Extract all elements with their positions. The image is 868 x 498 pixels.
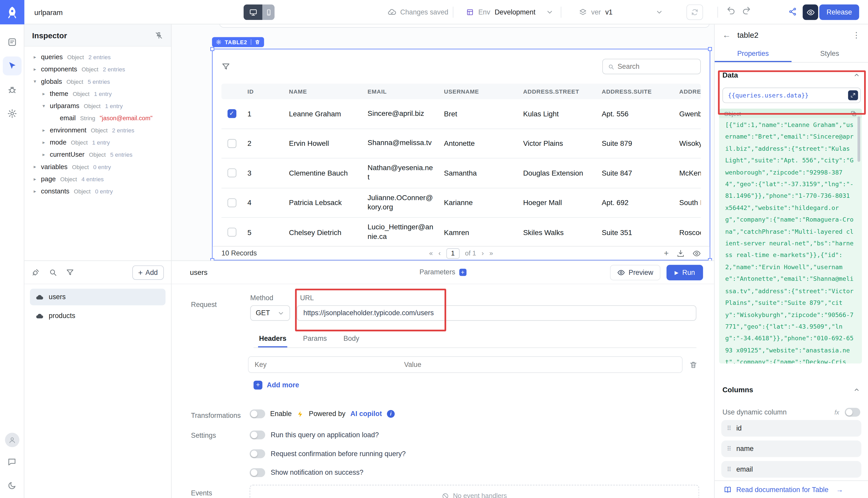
help-chat-button[interactable]	[3, 452, 22, 471]
column-item[interactable]: ⠿ id	[721, 420, 861, 436]
tree-chevron-icon[interactable]: ▸	[31, 54, 39, 60]
data-code-input[interactable]: {{queries.users.data}}	[722, 88, 861, 103]
run-button[interactable]: ▶ Run	[666, 265, 703, 280]
setting-toggle[interactable]	[249, 468, 265, 477]
filter-icon[interactable]	[66, 268, 74, 276]
inspector-tree-node[interactable]: ▸ currentUser Object 5 entries	[24, 148, 171, 160]
column-header[interactable]: EMAIL	[362, 88, 438, 95]
user-avatar[interactable]	[5, 433, 19, 447]
table-search[interactable]	[602, 59, 701, 74]
preview-button[interactable]: Preview	[610, 265, 660, 280]
debugger-panel-button[interactable]	[3, 80, 22, 99]
tree-chevron-icon[interactable]: ▸	[40, 140, 48, 145]
request-tab[interactable]: Headers	[258, 330, 287, 348]
redo-button[interactable]	[742, 6, 751, 15]
inspector-tree-node[interactable]: ▸ queries Object 2 entries	[24, 51, 171, 63]
data-section-header[interactable]: Data	[722, 71, 860, 79]
inspector-tree-node[interactable]: ▸ theme Object 1 entry	[24, 88, 171, 100]
release-button[interactable]: Release	[819, 4, 859, 20]
table-row[interactable]: 4 Patricia Lebsack Julianne.OConner@kory…	[221, 188, 701, 218]
first-page-icon[interactable]: «	[429, 249, 433, 257]
tree-chevron-icon[interactable]: ▸	[40, 91, 48, 96]
request-tab[interactable]: Body	[342, 330, 361, 348]
inspector-tree-node[interactable]: ▾ urlparams Object 1 entry	[24, 100, 171, 112]
tree-chevron-icon[interactable]: ▾	[31, 79, 39, 84]
settings-panel-button[interactable]	[3, 104, 22, 123]
add-more-button[interactable]: + Add more	[254, 381, 299, 389]
query-title[interactable]: users	[190, 268, 207, 276]
drag-handle-icon[interactable]: ⠿	[727, 445, 731, 453]
app-name[interactable]: urlparam	[35, 0, 63, 24]
kebab-menu-icon[interactable]: ⋮	[853, 30, 860, 39]
inspector-tree-node[interactable]: ▸ constants Object 0 entry	[24, 185, 171, 197]
preview-scrollbar[interactable]	[857, 116, 860, 162]
setting-toggle[interactable]	[249, 431, 265, 439]
inspector-tree-node[interactable]: ▾ globals Object 5 entries	[24, 75, 171, 88]
inspector-tree-node[interactable]: ▸ variables Object 0 entry	[24, 160, 171, 173]
tab-styles[interactable]: Styles	[791, 45, 868, 62]
columns-section-header[interactable]: Columns	[722, 385, 860, 394]
datasource-plug-icon[interactable]	[31, 268, 40, 276]
inspector-tree-node[interactable]: email String "jason@email.com"	[24, 112, 171, 124]
resize-handle[interactable]	[708, 258, 712, 261]
tab-properties[interactable]: Properties	[715, 45, 791, 62]
fx-toggle[interactable]: fx	[835, 409, 839, 416]
row-checkbox[interactable]	[227, 228, 236, 237]
table-widget[interactable]: IDNAMEEMAILUSERNAMEADDRESS.STREETADDRESS…	[212, 49, 710, 261]
back-button[interactable]: ←	[722, 30, 731, 39]
prev-page-icon[interactable]: ‹	[438, 249, 441, 257]
header-key-input[interactable]	[248, 357, 398, 372]
current-page[interactable]: 1	[446, 248, 459, 259]
add-parameter-button[interactable]: +	[459, 268, 466, 276]
tree-chevron-icon[interactable]: ▸	[31, 164, 39, 169]
delete-header-button[interactable]	[689, 361, 697, 369]
inspector-panel-button[interactable]	[3, 57, 22, 76]
table-row[interactable]: 2 Ervin Howell Shanna@melissa.tv Antonet…	[221, 129, 701, 158]
inspector-tree-node[interactable]: ▸ mode Object 1 entry	[24, 136, 171, 148]
tree-chevron-icon[interactable]: ▸	[40, 152, 48, 157]
tree-chevron-icon[interactable]: ▾	[40, 103, 48, 109]
documentation-link[interactable]: Read documentation for Table →	[715, 481, 868, 498]
resize-handle[interactable]	[210, 258, 214, 261]
drag-handle-icon[interactable]: ⠿	[727, 466, 731, 473]
undo-button[interactable]	[726, 6, 735, 15]
inspector-tree-node[interactable]: ▸ page Object 4 entries	[24, 173, 171, 185]
row-checkbox[interactable]	[227, 139, 236, 148]
add-row-button[interactable]: +	[664, 249, 669, 257]
table-row[interactable]: ✓ 1 Leanne Graham Sincere@april.biz Bret…	[221, 99, 701, 129]
add-query-button[interactable]: + Add	[132, 265, 164, 279]
tree-chevron-icon[interactable]: ▸	[31, 176, 39, 182]
resize-handle[interactable]	[210, 47, 214, 51]
visibility-icon[interactable]	[693, 249, 701, 257]
info-icon[interactable]: i	[387, 410, 395, 418]
mobile-mode-button[interactable]	[262, 4, 275, 20]
copy-button[interactable]	[850, 110, 857, 117]
request-tab[interactable]: Params	[302, 330, 328, 348]
column-header[interactable]: ADDRESS.STREET	[518, 88, 596, 95]
tree-chevron-icon[interactable]: ▸	[31, 66, 39, 72]
row-checkbox[interactable]	[227, 198, 236, 207]
setting-toggle[interactable]	[249, 449, 265, 458]
unpin-panel-button[interactable]	[154, 31, 163, 40]
column-header[interactable]: ADDRESS.SUITE	[596, 88, 674, 95]
last-page-icon[interactable]: »	[489, 249, 493, 257]
desktop-mode-button[interactable]	[244, 4, 262, 20]
url-input[interactable]	[297, 305, 696, 321]
sync-button[interactable]	[687, 4, 703, 20]
tree-chevron-icon[interactable]: ▸	[40, 128, 48, 133]
export-icon[interactable]	[677, 249, 685, 257]
inspector-tree-node[interactable]: ▸ environment Object 2 entries	[24, 124, 171, 136]
column-item[interactable]: ⠿ email	[721, 461, 861, 477]
trash-icon[interactable]	[255, 39, 260, 45]
theme-toggle-button[interactable]	[3, 476, 22, 495]
version-selector[interactable]: ver v1	[579, 0, 663, 24]
dynamic-column-toggle[interactable]	[845, 408, 860, 417]
widget-label-chip[interactable]: TABLE2	[212, 37, 264, 47]
column-header[interactable]: ADDRESS	[674, 88, 701, 95]
header-value-input[interactable]	[398, 357, 682, 372]
column-item[interactable]: ⠿ name	[721, 441, 861, 457]
table-row[interactable]: 5 Chelsey Dietrich Lucio_Hettinger@annie…	[221, 218, 701, 247]
next-page-icon[interactable]: ›	[482, 249, 484, 257]
row-checkbox[interactable]: ✓	[227, 109, 236, 118]
method-select[interactable]: GET	[250, 305, 290, 321]
